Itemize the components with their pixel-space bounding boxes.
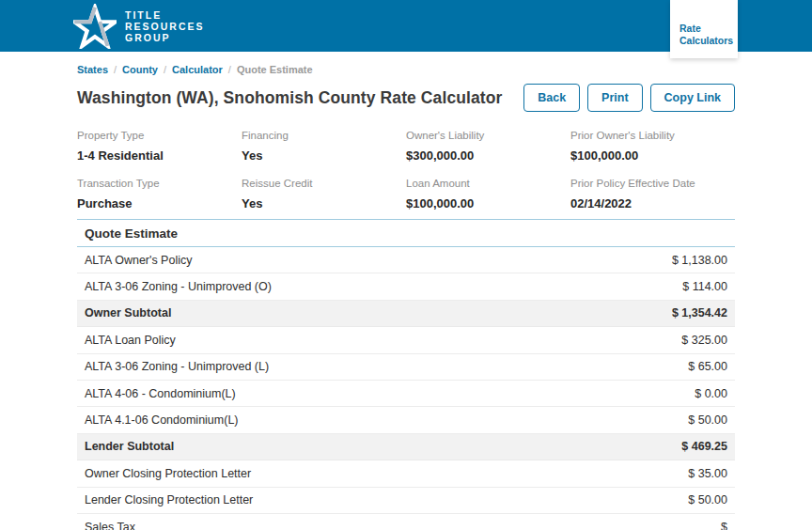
row-amount: $	[721, 521, 727, 530]
breadcrumb-separator: /	[228, 64, 231, 75]
row-amount: $ 50.00	[688, 493, 727, 507]
summary-field-value: Purchase	[77, 196, 242, 210]
breadcrumb-separator: /	[114, 64, 117, 75]
summary-field-label: Property Type	[77, 130, 242, 142]
row-amount: $ 35.00	[688, 467, 727, 480]
breadcrumb-separator: /	[164, 64, 166, 75]
print-button[interactable]: Print	[587, 84, 642, 112]
table-row: ALTA 3-06 Zoning - Unimproved (O) $ 114.…	[77, 273, 735, 300]
table-row: Lender Closing Protection Letter $ 50.00	[77, 488, 735, 514]
summary-field-label: Transaction Type	[77, 178, 242, 190]
row-label: ALTA Loan Policy	[85, 334, 176, 347]
row-amount: $ 65.00	[688, 360, 727, 373]
summary-field: Reissue Credit Yes	[242, 178, 406, 210]
row-label: ALTA 3-06 Zoning - Unimproved (L)	[85, 360, 269, 373]
back-button[interactable]: Back	[523, 84, 580, 112]
row-label: Lender Subtotal	[85, 440, 174, 453]
row-label: Owner Subtotal	[85, 306, 171, 320]
main-content: States / County / Calculator / Quote Est…	[0, 52, 812, 530]
table-row: Owner Closing Protection Letter $ 35.00	[77, 460, 735, 487]
table-row: Owner Subtotal $ 1,354.42	[77, 301, 735, 327]
row-label: Owner Closing Protection Letter	[85, 467, 251, 480]
summary-field-label: Prior Owner's Liability	[570, 130, 735, 142]
table-row: Lender Subtotal $ 469.25	[77, 434, 735, 460]
logo-wordmark: TITLE RESOURCES GROUP	[125, 9, 205, 43]
summary-field-label: Reissue Credit	[242, 178, 406, 190]
summary-field-label: Owner's Liability	[406, 130, 570, 142]
row-amount: $ 114.00	[682, 280, 727, 293]
row-label: ALTA Owner's Policy	[85, 254, 192, 267]
summary-field-label: Financing	[242, 130, 406, 142]
row-label: ALTA 3-06 Zoning - Unimproved (O)	[85, 280, 272, 293]
summary-field-value: 1-4 Residential	[77, 148, 242, 163]
row-label: ALTA 4-06 - Condominium(L)	[85, 387, 236, 400]
rate-calculators-tab[interactable]: Rate Calculators	[670, 0, 738, 58]
row-amount: $ 1,354.42	[672, 306, 727, 320]
summary-field-value: 02/14/2022	[570, 196, 735, 210]
copy-link-button[interactable]: Copy Link	[650, 84, 735, 112]
table-row: ALTA Loan Policy $ 325.00	[77, 327, 735, 353]
summary-field: Prior Owner's Liability $100,000.00	[570, 130, 735, 163]
summary-field-value: $100,000.00	[406, 196, 570, 210]
breadcrumb-current: Quote Estimate	[237, 64, 313, 75]
summary-grid: Property Type 1-4 Residential Financing …	[77, 130, 735, 210]
quote-rows: ALTA Owner's Policy $ 1,138.00 ALTA 3-06…	[77, 247, 735, 530]
app-header: TITLE RESOURCES GROUP Rate Calculators	[0, 0, 812, 52]
summary-field: Loan Amount $100,000.00	[406, 178, 570, 210]
toolbar: Back Print Copy Link	[523, 84, 735, 112]
quote-table: Quote Estimate ALTA Owner's Policy $ 1,1…	[77, 219, 735, 530]
breadcrumb-link-states[interactable]: States	[77, 64, 108, 75]
summary-field-value: Yes	[242, 148, 406, 163]
star-logo-icon	[73, 4, 117, 49]
summary-field-value: $100,000.00	[570, 148, 735, 163]
summary-field-value: Yes	[242, 196, 406, 210]
row-amount: $ 50.00	[688, 413, 727, 427]
table-row: ALTA Owner's Policy $ 1,138.00	[77, 247, 735, 273]
summary-field-label: Loan Amount	[406, 178, 570, 190]
logo-line-1: TITLE	[125, 9, 205, 21]
summary-field-label: Prior Policy Effective Date	[570, 178, 735, 190]
table-row: Sales Tax $	[77, 514, 735, 530]
breadcrumb-link-county[interactable]: County	[122, 64, 158, 75]
title-row: Washington (WA), Snohomish County Rate C…	[77, 84, 735, 112]
table-row: ALTA 4.1-06 Condominium(L) $ 50.00	[77, 407, 735, 433]
summary-field: Transaction Type Purchase	[77, 178, 242, 210]
breadcrumb: States / County / Calculator / Quote Est…	[77, 52, 735, 75]
logo-line-3: GROUP	[125, 32, 205, 43]
quote-heading: Quote Estimate	[77, 219, 735, 247]
row-label: Lender Closing Protection Letter	[85, 493, 253, 507]
row-label: ALTA 4.1-06 Condominium(L)	[85, 413, 239, 427]
row-amount: $ 0.00	[695, 387, 727, 400]
page-title: Washington (WA), Snohomish County Rate C…	[77, 88, 502, 108]
row-label: Sales Tax	[85, 521, 135, 530]
row-amount: $ 1,138.00	[672, 254, 727, 267]
table-row: ALTA 3-06 Zoning - Unimproved (L) $ 65.0…	[77, 354, 735, 381]
logo-line-2: RESOURCES	[125, 21, 205, 32]
summary-field: Financing Yes	[242, 130, 406, 163]
trg-logo: TITLE RESOURCES GROUP	[73, 4, 205, 49]
row-amount: $ 325.00	[681, 334, 727, 347]
row-amount: $ 469.25	[681, 440, 727, 453]
summary-field: Owner's Liability $300,000.00	[406, 130, 570, 163]
breadcrumb-link-calculator[interactable]: Calculator	[172, 64, 223, 75]
table-row: ALTA 4-06 - Condominium(L) $ 0.00	[77, 381, 735, 407]
summary-field-value: $300,000.00	[406, 148, 570, 163]
summary-field: Property Type 1-4 Residential	[77, 130, 242, 163]
summary-field: Prior Policy Effective Date 02/14/2022	[570, 178, 735, 210]
